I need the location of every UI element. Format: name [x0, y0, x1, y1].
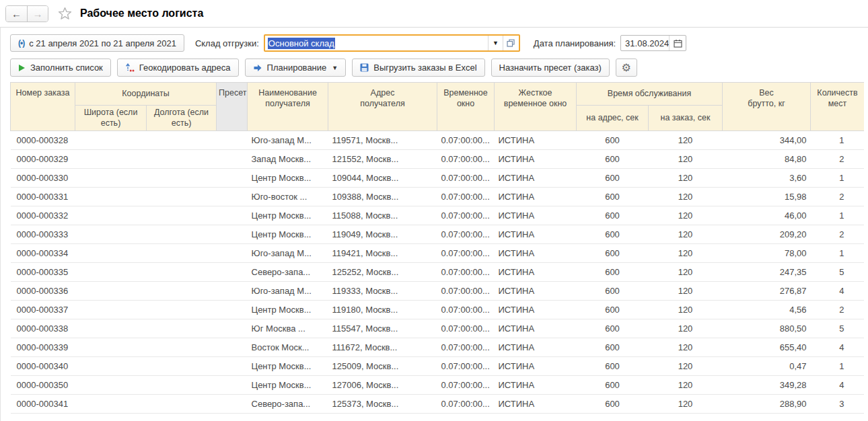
cell-preset[interactable] [217, 206, 248, 225]
cell-lon[interactable] [147, 263, 217, 282]
cell-lon[interactable] [147, 395, 217, 414]
cell-preset[interactable] [217, 301, 248, 319]
cell-order-sec[interactable]: 120 [649, 188, 723, 206]
table-row[interactable]: 0000-000331 Юго-восток ... 109388, Москв… [11, 188, 865, 206]
cell-addr-sec[interactable]: 600 [577, 263, 649, 282]
cell-order[interactable]: 0000-000337 [11, 301, 75, 319]
cell-qty[interactable]: 1 [811, 131, 864, 150]
cell-hard-window[interactable]: ИСТИНА [495, 357, 577, 376]
back-button[interactable]: ← [6, 6, 27, 22]
col-header-order[interactable]: Номер заказа [11, 83, 75, 131]
cell-order[interactable]: 0000-000333 [11, 225, 75, 244]
cell-qty[interactable]: 5 [811, 319, 864, 338]
planning-date-field[interactable]: 31.08.2024 [620, 35, 686, 51]
cell-order[interactable]: 0000-000328 [11, 131, 75, 150]
cell-window[interactable]: 0.07:00:00... [437, 395, 495, 414]
cell-addr-sec[interactable]: 600 [577, 169, 649, 188]
col-header-hard-window[interactable]: Жесткое временное окно [495, 83, 577, 131]
cell-hard-window[interactable]: ИСТИНА [495, 206, 577, 225]
cell-lat[interactable] [75, 282, 147, 301]
cell-addr-sec[interactable]: 600 [577, 376, 649, 395]
cell-order-sec[interactable]: 120 [649, 282, 723, 301]
cell-order-sec[interactable]: 120 [649, 338, 723, 357]
cell-name[interactable]: Центр Москв... [248, 376, 328, 395]
cell-preset[interactable] [217, 225, 248, 244]
export-excel-button[interactable]: Выгрузить заказы в Excel [352, 59, 484, 77]
table-row[interactable]: 0000-000329 Запад Москв... 121552, Москв… [11, 150, 865, 169]
cell-lat[interactable] [75, 169, 147, 188]
cell-hard-window[interactable]: ИСТИНА [495, 169, 577, 188]
warehouse-dropdown-button[interactable]: ▼ [488, 36, 503, 50]
col-header-qty[interactable]: Количеств мест [811, 83, 864, 131]
cell-qty[interactable]: 4 [811, 338, 864, 357]
cell-lat[interactable] [75, 357, 147, 376]
table-row[interactable]: 0000-000337 Центр Москв... 119180, Москв… [11, 301, 865, 319]
cell-hard-window[interactable]: ИСТИНА [495, 225, 577, 244]
cell-window[interactable]: 0.07:00:00... [437, 338, 495, 357]
cell-weight[interactable]: 4,56 [723, 301, 811, 319]
col-header-lat[interactable]: Широта (если есть) [75, 106, 147, 131]
forward-button[interactable]: → [27, 6, 48, 22]
cell-lat[interactable] [75, 206, 147, 225]
cell-name[interactable]: Юго-восток ... [248, 188, 328, 206]
cell-order[interactable]: 0000-000338 [11, 319, 75, 338]
favorite-button[interactable] [58, 7, 72, 20]
cell-preset[interactable] [217, 319, 248, 338]
cell-lat[interactable] [75, 376, 147, 395]
cell-lat[interactable] [75, 301, 147, 319]
col-header-lon[interactable]: Долгота (если есть) [147, 106, 217, 131]
cell-window[interactable]: 0.07:00:00... [437, 263, 495, 282]
cell-address[interactable]: 109388, Москв... [328, 188, 437, 206]
cell-preset[interactable] [217, 376, 248, 395]
cell-lon[interactable] [147, 338, 217, 357]
cell-addr-sec[interactable]: 600 [577, 225, 649, 244]
cell-window[interactable]: 0.07:00:00... [437, 188, 495, 206]
warehouse-field[interactable]: Основной склад ▼ [264, 34, 520, 52]
cell-order-sec[interactable]: 120 [649, 244, 723, 263]
cell-window[interactable]: 0.07:00:00... [437, 282, 495, 301]
cell-order[interactable]: 0000-000335 [11, 263, 75, 282]
cell-hard-window[interactable]: ИСТИНА [495, 395, 577, 414]
cell-order-sec[interactable]: 120 [649, 169, 723, 188]
cell-lon[interactable] [147, 225, 217, 244]
cell-order-sec[interactable]: 120 [649, 206, 723, 225]
cell-lon[interactable] [147, 301, 217, 319]
cell-lat[interactable] [75, 263, 147, 282]
cell-preset[interactable] [217, 263, 248, 282]
planning-date-calendar-button[interactable] [669, 36, 686, 50]
col-header-coords-group[interactable]: Координаты [75, 83, 217, 106]
cell-order[interactable]: 0000-000339 [11, 338, 75, 357]
cell-addr-sec[interactable]: 600 [577, 150, 649, 169]
cell-qty[interactable]: 1 [811, 206, 864, 225]
cell-name[interactable]: Центр Москв... [248, 357, 328, 376]
table-row[interactable]: 0000-000339 Восток Моск... 111672, Москв… [11, 338, 865, 357]
cell-qty[interactable]: 1 [811, 357, 864, 376]
table-row[interactable]: 0000-000341 Северо-запа... 125373, Москв… [11, 395, 865, 414]
table-row[interactable]: 0000-000335 Северо-запа... 125252, Москв… [11, 263, 865, 282]
cell-address[interactable]: 115088, Москв... [328, 206, 437, 225]
cell-qty[interactable]: 1 [811, 244, 864, 263]
cell-address[interactable]: 119421, Москв... [328, 244, 437, 263]
cell-addr-sec[interactable]: 600 [577, 338, 649, 357]
cell-order[interactable]: 0000-000329 [11, 150, 75, 169]
cell-window[interactable]: 0.07:00:00... [437, 319, 495, 338]
table-row[interactable]: 0000-000332 Центр Москв... 115088, Москв… [11, 206, 865, 225]
cell-window[interactable]: 0.07:00:00... [437, 131, 495, 150]
table-row[interactable]: 0000-000334 Юго-запад М... 119421, Москв… [11, 244, 865, 263]
table-row[interactable]: 0000-000338 Юг Москва ... 115547, Москв.… [11, 319, 865, 338]
cell-addr-sec[interactable]: 600 [577, 395, 649, 414]
table-row[interactable]: 0000-000350 Центр Москв... 127006, Москв… [11, 376, 865, 395]
cell-order[interactable]: 0000-000350 [11, 376, 75, 395]
cell-order-sec[interactable]: 120 [649, 357, 723, 376]
cell-addr-sec[interactable]: 600 [577, 188, 649, 206]
cell-lon[interactable] [147, 357, 217, 376]
cell-window[interactable]: 0.07:00:00... [437, 150, 495, 169]
cell-addr-sec[interactable]: 600 [577, 206, 649, 225]
cell-address[interactable]: 111672, Москв... [328, 338, 437, 357]
warehouse-input[interactable]: Основной склад [265, 36, 488, 50]
cell-preset[interactable] [217, 169, 248, 188]
cell-preset[interactable] [217, 131, 248, 150]
cell-lon[interactable] [147, 282, 217, 301]
cell-weight[interactable]: 46,00 [723, 206, 811, 225]
cell-weight[interactable]: 84,80 [723, 150, 811, 169]
